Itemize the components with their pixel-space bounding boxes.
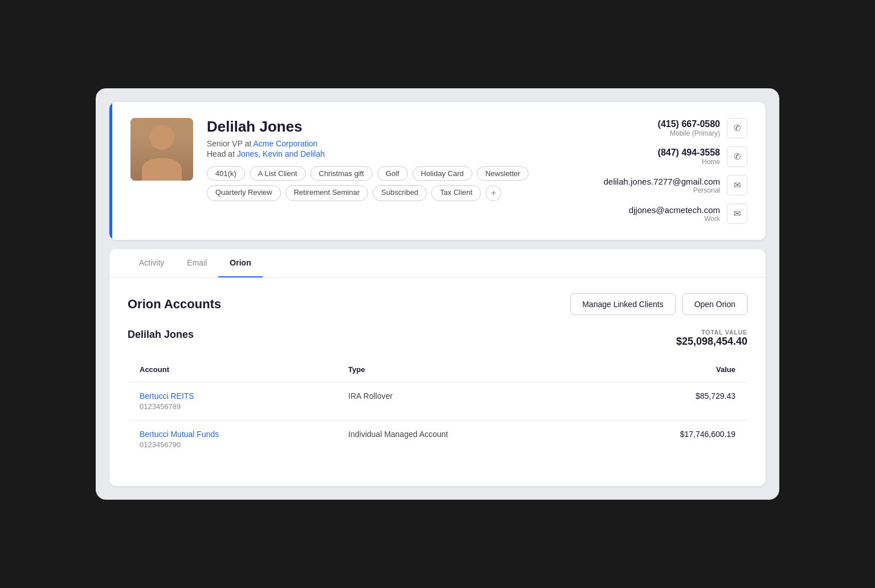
tag-tax-client[interactable]: Tax Client — [431, 185, 481, 201]
email-2-label: Work — [629, 215, 720, 223]
tag-christmas-gift[interactable]: Christmas gift — [310, 166, 373, 181]
orion-section: Orion Accounts Manage Linked Clients Ope… — [109, 277, 766, 486]
account-number-1: 0123456789 — [140, 402, 181, 411]
tag-quarterly-review[interactable]: Quarterly Review — [207, 185, 281, 201]
total-value-amount: $25,098,454.40 — [676, 336, 747, 348]
tag-golf[interactable]: Golf — [377, 166, 408, 181]
tag-401k[interactable]: 401(k) — [207, 166, 245, 181]
email-1-label: Personal — [603, 186, 720, 194]
contact-phone-2-info: (847) 494-3558 Home — [658, 148, 720, 166]
phone-2-label: Home — [658, 158, 720, 166]
email-1-address: delilah.jones.7277@gmail.com — [603, 177, 720, 186]
table-row: Bertucci REITS 0123456789 IRA Rollover $… — [128, 382, 747, 420]
tag-holiday-card[interactable]: Holiday Card — [412, 166, 472, 181]
total-value-label: TOTAL VALUE — [676, 329, 747, 336]
account-type-1: IRA Rollover — [337, 382, 587, 420]
title2-prefix: Head at — [207, 149, 235, 158]
account-value-2: $17,746,600.19 — [587, 420, 747, 459]
contact-phone-2: (847) 494-3558 Home ✆ — [658, 146, 747, 167]
contact-email-1: delilah.jones.7277@gmail.com Personal ✉ — [603, 175, 747, 195]
title1-company-link[interactable]: Acme Corporation — [253, 139, 317, 148]
client-name: Delilah Jones — [128, 329, 194, 341]
open-orion-button[interactable]: Open Orion — [682, 293, 747, 315]
contact-email-2-info: djjones@acmetech.com Work — [629, 205, 720, 223]
profile-title-2: Head at Jones, Kevin and Delilah — [207, 149, 590, 158]
phone-2-number: (847) 494-3558 — [658, 148, 720, 158]
col-header-value: Value — [587, 357, 747, 382]
orion-header: Orion Accounts Manage Linked Clients Ope… — [128, 293, 747, 315]
client-header: Delilah Jones TOTAL VALUE $25,098,454.40 — [128, 329, 747, 348]
tab-activity[interactable]: Activity — [128, 249, 175, 277]
contact-phone-1: (415) 667-0580 Mobile (Primary) ✆ — [658, 118, 747, 138]
col-header-type: Type — [337, 357, 587, 382]
profile-title-1: Senior VP at Acme Corporation — [207, 139, 590, 148]
account-cell-2: Bertucci Mutual Funds 0123456790 — [128, 420, 337, 459]
account-type-2: Individual Managed Account — [337, 420, 587, 459]
profile-contacts: (415) 667-0580 Mobile (Primary) ✆ (847) … — [603, 118, 747, 224]
accounts-table: Account Type Value Bertucci REITS 012345… — [128, 357, 747, 459]
contact-email-2: djjones@acmetech.com Work ✉ — [629, 203, 747, 224]
tab-email[interactable]: Email — [175, 249, 218, 277]
outer-container: Delilah Jones Senior VP at Acme Corporat… — [96, 88, 779, 500]
account-cell-1: Bertucci REITS 0123456789 — [128, 382, 337, 420]
tag-newsletter[interactable]: Newsletter — [477, 166, 529, 181]
manage-linked-clients-button[interactable]: Manage Linked Clients — [570, 293, 675, 315]
avatar-image — [130, 118, 193, 181]
client-section: Delilah Jones TOTAL VALUE $25,098,454.40… — [128, 329, 747, 459]
tags-area: 401(k) A List Client Christmas gift Golf… — [207, 166, 590, 201]
contact-phone-1-info: (415) 667-0580 Mobile (Primary) — [658, 119, 720, 137]
email-2-address: djjones@acmetech.com — [629, 205, 720, 215]
table-row: Bertucci Mutual Funds 0123456790 Individ… — [128, 420, 747, 459]
tag-a-list-client[interactable]: A List Client — [250, 166, 306, 181]
tabs-nav: Activity Email Orion — [109, 249, 766, 277]
main-card: Activity Email Orion Orion Accounts Mana… — [109, 249, 766, 486]
phone-1-call-button[interactable]: ✆ — [727, 118, 747, 138]
profile-card: Delilah Jones Senior VP at Acme Corporat… — [109, 102, 766, 240]
title1-prefix: Senior VP at — [207, 139, 251, 148]
col-header-account: Account — [128, 357, 337, 382]
total-value-block: TOTAL VALUE $25,098,454.40 — [676, 329, 747, 348]
contact-email-1-info: delilah.jones.7277@gmail.com Personal — [603, 177, 720, 194]
avatar — [130, 118, 193, 181]
profile-card-inner: Delilah Jones Senior VP at Acme Corporat… — [112, 102, 766, 240]
title2-company-link[interactable]: Jones, Kevin and Delilah — [237, 149, 325, 158]
profile-name: Delilah Jones — [207, 118, 590, 136]
account-link-1[interactable]: Bertucci REITS — [140, 391, 325, 401]
add-tag-button[interactable]: + — [485, 185, 501, 201]
account-value-1: $85,729.43 — [587, 382, 747, 420]
account-link-2[interactable]: Bertucci Mutual Funds — [140, 430, 325, 439]
phone-2-call-button[interactable]: ✆ — [727, 146, 747, 167]
phone-1-number: (415) 667-0580 — [658, 119, 720, 129]
orion-title: Orion Accounts — [128, 297, 221, 312]
email-1-send-button[interactable]: ✉ — [727, 175, 747, 195]
tag-retirement-seminar[interactable]: Retirement Seminar — [285, 185, 369, 201]
email-2-send-button[interactable]: ✉ — [727, 203, 747, 224]
tab-orion[interactable]: Orion — [218, 249, 262, 277]
profile-info: Delilah Jones Senior VP at Acme Corporat… — [207, 118, 590, 201]
account-number-2: 0123456790 — [140, 440, 181, 449]
tag-subscribed[interactable]: Subscribed — [373, 185, 427, 201]
orion-actions: Manage Linked Clients Open Orion — [570, 293, 747, 315]
phone-1-label: Mobile (Primary) — [658, 129, 720, 137]
